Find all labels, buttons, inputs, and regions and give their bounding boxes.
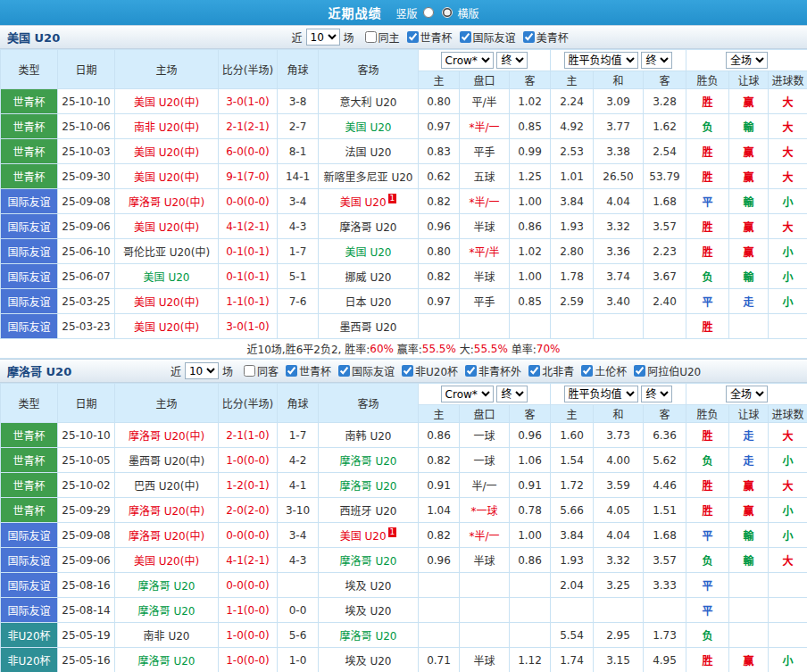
- odds-away-cell: [510, 314, 551, 339]
- corner-cell: [278, 314, 319, 339]
- corner-cell: 4-1: [278, 473, 319, 498]
- avg-away-cell: 53.79: [644, 164, 686, 189]
- col-type: 类型: [1, 384, 58, 423]
- scope-select[interactable]: 全场: [726, 386, 768, 402]
- avg-away-cell: 4.95: [644, 648, 686, 672]
- filter-checkbox[interactable]: [402, 365, 413, 377]
- avg-home-cell: 4.92: [551, 114, 594, 139]
- result-wdl-cell: 平: [686, 598, 729, 623]
- match-row: 世青杯25-10-05墨西哥 U20(中)1-0(0-0)4-2摩洛哥 U200…: [1, 448, 807, 473]
- corner-cell: 3-10: [278, 498, 319, 523]
- away-team-cell: 西班牙 U20: [319, 498, 419, 523]
- filter-checkbox[interactable]: [528, 365, 540, 377]
- recent-count-select[interactable]: 10: [306, 29, 340, 46]
- bookmaker-select[interactable]: Crow*: [441, 52, 494, 69]
- corner-cell: 5-6: [278, 623, 319, 648]
- summary-line: 近10场,胜6平2负2, 胜率:60% 赢率:55.5% 大:55.5% 单率:…: [0, 339, 807, 359]
- match-row: 国际友谊25-06-07美国 U200-1(0-1)5-1挪威 U200.82半…: [1, 264, 807, 289]
- layout-toggle: 竖版 横版: [395, 5, 478, 21]
- handicap-line-cell: *平/半: [460, 239, 510, 264]
- avg-away-cell: 2.23: [644, 239, 686, 264]
- corner-cell: 4-2: [278, 448, 319, 473]
- home-team-cell: 墨西哥 U20(中): [115, 448, 219, 473]
- result-goals-cell: 小: [769, 239, 807, 264]
- avg-final-select[interactable]: 终: [641, 386, 672, 402]
- match-row: 世青杯25-10-03美国 U20(中)6-0(0-0)8-1法国 U200.8…: [1, 139, 807, 164]
- near-label: 近: [171, 363, 181, 378]
- near-label: 近: [292, 29, 303, 45]
- date-cell: 25-10-05: [58, 448, 115, 473]
- filter-label: 土伦杯: [595, 363, 627, 378]
- col-home: 主场: [115, 384, 219, 423]
- col-odds-home: 主: [419, 71, 460, 89]
- filter-checkbox[interactable]: [523, 31, 535, 43]
- section-header: 美国 U20 近 10 场 同主世青杯国际友谊美青杯: [0, 25, 807, 49]
- filter-option[interactable]: 同主: [365, 29, 400, 45]
- avg-select[interactable]: 胜平负均值: [564, 52, 638, 69]
- date-cell: 25-09-29: [58, 498, 115, 523]
- avg-select[interactable]: 胜平负均值: [564, 386, 638, 402]
- scope-select[interactable]: 全场: [726, 52, 768, 69]
- result-handicap-cell: 赢: [729, 139, 769, 164]
- odds-controls: Crow* 终: [419, 384, 551, 405]
- horizontal-layout-radio[interactable]: [442, 7, 453, 18]
- odds-final-select[interactable]: 终: [496, 52, 528, 69]
- filter-option[interactable]: 土伦杯: [581, 363, 627, 378]
- filter-option[interactable]: 非U20杯: [402, 363, 458, 378]
- score-cell: 0-0(0-0): [219, 523, 278, 548]
- col-corner: 角球: [278, 50, 319, 89]
- match-row: 国际友谊25-08-14摩洛哥 U201-1(0-0)0-0埃及 U20平: [1, 598, 807, 623]
- filter-option[interactable]: 阿拉伯U20: [634, 363, 701, 378]
- result-handicap-cell: 走: [729, 423, 769, 448]
- avg-draw-cell: 2.95: [594, 623, 644, 648]
- filter-option[interactable]: 同客: [244, 363, 279, 378]
- match-row: 国际友谊25-08-16摩洛哥 U200-0(0-0)埃及 U202.043.2…: [1, 573, 807, 598]
- filter-checkbox[interactable]: [407, 31, 419, 43]
- date-cell: 25-08-16: [58, 573, 115, 598]
- recent-count-select[interactable]: 10: [185, 362, 219, 379]
- filter-option[interactable]: 非青杯外: [465, 363, 521, 378]
- result-wdl-cell: 胜: [686, 648, 729, 672]
- result-wdl-cell: 平: [686, 289, 729, 314]
- corner-cell: 2-7: [278, 114, 319, 139]
- competition-cell: 国际友谊: [1, 239, 58, 264]
- odds-home-cell: 0.97: [419, 289, 460, 314]
- col-away: 客场: [319, 50, 419, 89]
- filter-label: 非U20杯: [415, 363, 458, 378]
- filter-option[interactable]: 国际友谊: [460, 29, 516, 45]
- filter-checkbox[interactable]: [460, 31, 471, 43]
- result-handicap-cell: 輸: [729, 114, 769, 139]
- odds-final-select[interactable]: 终: [496, 386, 528, 402]
- filter-option[interactable]: 美青杯: [523, 29, 569, 45]
- avg-away-cell: 3.67: [644, 264, 686, 289]
- filter-checkbox[interactable]: [338, 365, 350, 377]
- filter-option[interactable]: 国际友谊: [338, 363, 395, 378]
- col-type: 类型: [1, 50, 58, 89]
- filter-checkbox[interactable]: [465, 365, 477, 377]
- filter-option[interactable]: 世青杯: [286, 363, 331, 378]
- odds-home-cell: 0.96: [419, 214, 460, 239]
- match-row: 国际友谊25-09-06美国 U20(中)4-1(2-1)4-3摩洛哥 U200…: [1, 548, 807, 573]
- result-handicap-cell: [729, 314, 769, 339]
- filter-option[interactable]: 世青杯: [407, 29, 453, 45]
- score-cell: 0-0(0-0): [219, 573, 278, 598]
- avg-final-select[interactable]: 终: [641, 52, 672, 69]
- corner-cell: 4-3: [278, 548, 319, 573]
- filter-checkbox[interactable]: [581, 365, 593, 377]
- filter-option[interactable]: 北非青: [528, 363, 574, 378]
- handicap-line-cell: *一球: [460, 498, 510, 523]
- vertical-layout-radio[interactable]: [423, 7, 434, 18]
- filter-checkbox[interactable]: [634, 365, 645, 377]
- filter-label: 美青杯: [537, 29, 569, 45]
- filter-checkbox[interactable]: [286, 365, 297, 377]
- bookmaker-select[interactable]: Crow*: [441, 386, 494, 402]
- competition-cell: 国际友谊: [1, 598, 58, 623]
- date-cell: 25-10-06: [58, 114, 115, 139]
- result-wdl-cell: 胜: [686, 214, 729, 239]
- filter-checkbox[interactable]: [244, 365, 255, 377]
- filter-checkbox[interactable]: [365, 31, 377, 43]
- odds-home-cell: [419, 623, 460, 648]
- score-cell: 4-1(2-1): [219, 214, 278, 239]
- avg-draw-cell: 4.00: [594, 448, 644, 473]
- col-avg-home: 主: [551, 405, 594, 423]
